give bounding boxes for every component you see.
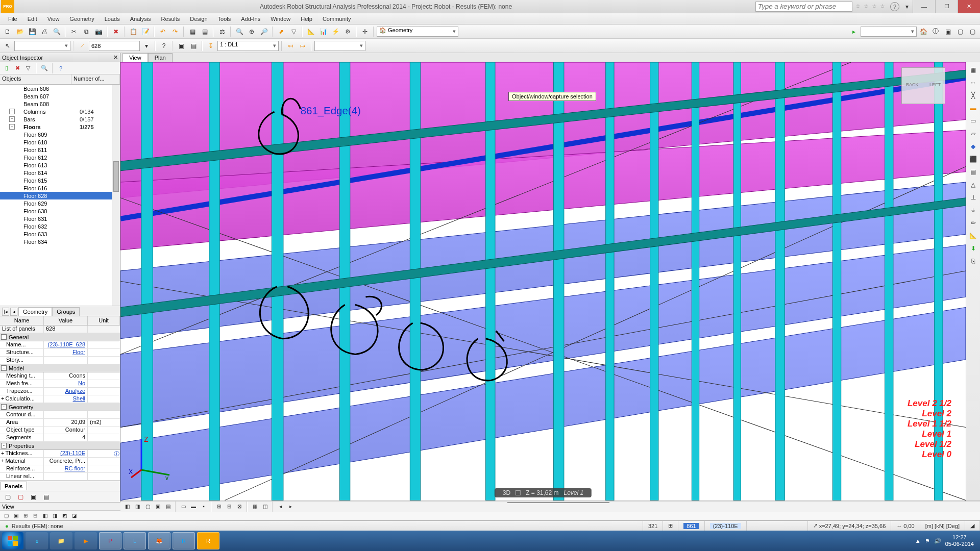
lb-icon[interactable]: ▤ <box>40 491 52 503</box>
selection-type-dropdown[interactable] <box>861 27 917 37</box>
r-tool-icon[interactable]: ✏ <box>968 217 979 229</box>
loadcase-dropdown[interactable]: 1 : DL1 <box>217 41 279 51</box>
props-row[interactable]: +Thicknes...(23)-110Eⓘ <box>0 450 120 458</box>
vb-icon[interactable]: ⊠ <box>235 502 244 511</box>
props-row[interactable]: Meshing t...Coons <box>0 372 120 380</box>
tree-head-objects[interactable]: Objects <box>0 74 71 84</box>
r-tool-icon[interactable]: ⬇ <box>968 243 979 254</box>
tree-item[interactable]: Floor 612 <box>0 154 120 161</box>
system-tray[interactable]: ▲ ⚑ 🔊 12:27 05-06-2014 <box>911 534 978 547</box>
menu-edit[interactable]: Edit <box>22 16 42 22</box>
help-icon[interactable]: ? <box>890 2 899 11</box>
display-icon[interactable]: ▣ <box>942 26 953 37</box>
menu-design[interactable]: Design <box>185 16 212 22</box>
vb-icon[interactable]: ◧ <box>122 502 132 511</box>
filter-icon[interactable]: ▽ <box>288 26 299 37</box>
r-tool-icon[interactable]: ⊥ <box>968 192 979 203</box>
props-row[interactable]: Trapezoi...Analyze <box>0 388 120 395</box>
bi-icon[interactable]: ◪ <box>70 512 78 520</box>
r-tool-icon[interactable]: ◆ <box>968 141 979 152</box>
props-row[interactable]: +MaterialConcrete, Pr... <box>0 458 120 465</box>
view-a-icon[interactable]: ▣ <box>176 40 187 52</box>
edit-icon[interactable]: 📝 <box>140 26 151 37</box>
bi-icon[interactable]: ▣ <box>12 512 20 520</box>
lb-icon[interactable]: ▣ <box>28 491 39 503</box>
start-button[interactable] <box>2 532 23 549</box>
viewport-scrollbar-h[interactable] <box>120 500 980 501</box>
props-row[interactable]: Structure...Floor <box>0 349 120 357</box>
select-icon[interactable]: ⬈ <box>276 26 287 37</box>
bi-icon[interactable]: ◨ <box>51 512 59 520</box>
help-small-icon[interactable]: ? <box>158 40 169 52</box>
props-value[interactable]: 20,09 <box>44 419 88 426</box>
copy-icon[interactable]: ⧉ <box>81 26 92 37</box>
find-icon[interactable]: 🔍 <box>40 64 49 73</box>
tool-icon[interactable]: ⚙ <box>342 26 353 37</box>
props-section[interactable]: -Properties <box>0 442 120 450</box>
zoom-window-icon[interactable]: 🔍 <box>234 26 245 37</box>
r-tool-icon[interactable]: ⎘ <box>968 256 979 267</box>
vb-nav-icon[interactable]: ▸ <box>286 502 295 511</box>
view-cube[interactable]: BACK LEFT <box>901 67 945 104</box>
props-value[interactable]: Concrete, Pr... <box>44 458 88 465</box>
tree-group[interactable]: +Columns0/134 <box>0 108 120 115</box>
tree-head-number[interactable]: Number of... <box>71 74 120 84</box>
bi-icon[interactable]: ◧ <box>41 512 49 520</box>
tray-clock[interactable]: 12:27 05-06-2014 <box>945 534 974 547</box>
tree-item[interactable]: Floor 634 <box>0 238 120 245</box>
vb-icon[interactable]: ▦ <box>250 502 259 511</box>
funnel-icon[interactable]: ▽ <box>23 64 33 73</box>
props-value[interactable]: 4 <box>44 434 88 441</box>
vb-icon[interactable]: ▢ <box>143 502 152 511</box>
minimize-button[interactable]: — <box>913 0 935 13</box>
tab-nav-prev[interactable]: ◂ <box>10 308 17 316</box>
r-tool-icon[interactable]: ▭ <box>968 115 979 127</box>
menu-help[interactable]: Help <box>296 16 317 22</box>
props-value[interactable]: Contour <box>44 427 88 434</box>
r-tool-icon[interactable]: ▬ <box>968 103 979 114</box>
taskbar-explorer-icon[interactable]: 📁 <box>50 532 72 549</box>
filter1-icon[interactable]: ▯ <box>2 64 11 73</box>
menu-geometry[interactable]: Geometry <box>64 16 99 22</box>
tree-item[interactable]: Floor 613 <box>0 161 120 169</box>
bar-sel-icon[interactable]: ⟋ <box>77 40 88 52</box>
tree-item[interactable]: Floor 631 <box>0 215 120 222</box>
print-icon[interactable]: 🖨 <box>39 26 50 37</box>
undo-icon[interactable]: ↶ <box>157 26 168 37</box>
object-tree[interactable]: Beam 606Beam 607Beam 608+Columns0/134+Ba… <box>0 85 120 306</box>
viewport-tab-view[interactable]: View <box>122 53 148 62</box>
help-arrow-icon[interactable]: ▸ <box>848 26 860 37</box>
prev-case-icon[interactable]: ↤ <box>285 40 296 52</box>
props-value[interactable]: (23)-110E_628 <box>44 341 88 348</box>
menu-window[interactable]: Window <box>265 16 296 22</box>
new-icon[interactable]: 🗋 <box>2 26 13 37</box>
props-value[interactable]: RC floor <box>44 465 88 472</box>
props-value[interactable]: (23)-110E <box>44 450 88 457</box>
vb-icon[interactable]: ▬ <box>189 502 198 511</box>
menu-add-ins[interactable]: Add-Ins <box>236 16 265 22</box>
tree-item[interactable]: Floor 629 <box>0 199 120 207</box>
dropdown-icon[interactable]: ▾ <box>901 1 913 12</box>
inspector-close-icon[interactable]: ✕ <box>113 54 118 61</box>
cut-icon[interactable]: ✂ <box>68 26 80 37</box>
vb-icon[interactable]: ▪ <box>199 502 208 511</box>
view2-icon[interactable]: ▢ <box>967 26 978 37</box>
home-icon[interactable]: 🏠 <box>918 26 929 37</box>
menu-results[interactable]: Results <box>156 16 185 22</box>
menu-view[interactable]: View <box>42 16 65 22</box>
tree-item[interactable]: Floor 616 <box>0 184 120 192</box>
props-row[interactable]: Contour d... <box>0 411 120 419</box>
expand-icon[interactable]: + <box>9 116 15 122</box>
tree-item[interactable]: Floor 615 <box>0 177 120 184</box>
menu-analysis[interactable]: Analysis <box>125 16 156 22</box>
menu-tools[interactable]: Tools <box>213 16 236 22</box>
r-tool-icon[interactable]: ▤ <box>968 166 979 178</box>
props-section[interactable]: -Geometry <box>0 403 120 411</box>
props-row[interactable]: Mesh fre...No <box>0 380 120 388</box>
taskbar-ie-icon[interactable]: ｅ <box>26 532 48 549</box>
tree-item[interactable]: Floor 630 <box>0 207 120 215</box>
bar-selection-input[interactable] <box>89 41 140 51</box>
taskbar-media-icon[interactable]: ▶ <box>75 532 97 549</box>
tree-item[interactable]: Beam 607 <box>0 92 120 100</box>
expand-icon[interactable]: + <box>1 450 4 456</box>
